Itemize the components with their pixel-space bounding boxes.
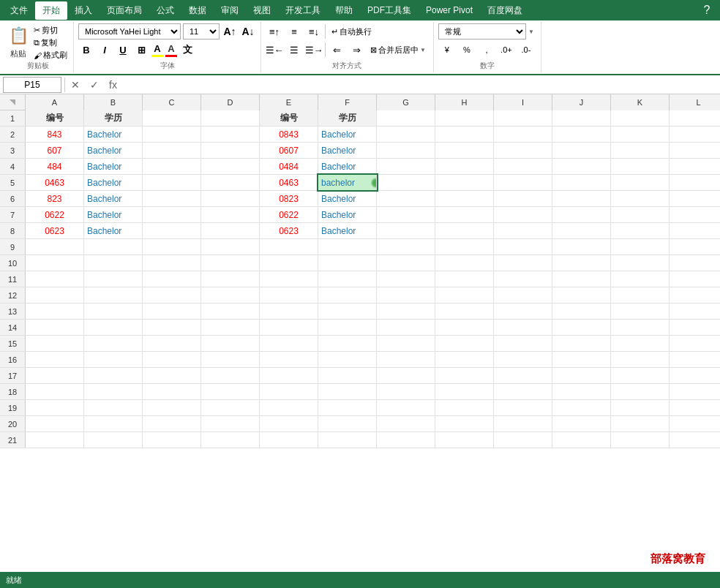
cell-G6[interactable]: [377, 191, 435, 206]
col-header-I[interactable]: I: [494, 94, 552, 110]
cell-B5[interactable]: Bachelor: [84, 175, 143, 190]
cell-I2[interactable]: [494, 127, 552, 142]
font-name-select[interactable]: Microsoft YaHei Light: [78, 23, 181, 39]
row-header-9[interactable]: 9: [0, 239, 26, 255]
row-header-10[interactable]: 10: [0, 255, 26, 271]
cell-A19[interactable]: [26, 400, 84, 415]
cell-L4[interactable]: [670, 159, 720, 174]
cell-B13[interactable]: [84, 304, 143, 319]
cell-F8[interactable]: Bachelor: [318, 223, 377, 238]
cell-C6[interactable]: [143, 191, 201, 206]
cell-K21[interactable]: [611, 432, 670, 448]
cell-C14[interactable]: [143, 320, 201, 335]
cell-H19[interactable]: [435, 400, 494, 415]
cell-G8[interactable]: [377, 223, 435, 238]
cell-B4[interactable]: Bachelor: [84, 159, 143, 174]
cell-K17[interactable]: [611, 368, 670, 383]
row-header-19[interactable]: 19: [0, 400, 26, 415]
cell-G21[interactable]: [377, 432, 435, 448]
cell-F19[interactable]: [318, 400, 377, 415]
cell-C15[interactable]: [143, 336, 201, 351]
cell-D8[interactable]: [201, 223, 260, 238]
cell-L5[interactable]: [670, 175, 720, 190]
cell-C19[interactable]: [143, 400, 201, 415]
align-left-btn[interactable]: ☰←: [266, 42, 283, 58]
cell-H18[interactable]: [435, 384, 494, 399]
cell-J13[interactable]: [552, 304, 611, 319]
confirm-formula-icon[interactable]: ✓: [87, 78, 102, 92]
align-top-btn[interactable]: ≡↑: [266, 23, 283, 39]
cell-I6[interactable]: [494, 191, 552, 206]
cell-K16[interactable]: [611, 352, 670, 367]
cell-J3[interactable]: [552, 143, 611, 158]
cell-D19[interactable]: [201, 400, 260, 415]
cell-B16[interactable]: [84, 352, 143, 367]
cell-G20[interactable]: [377, 416, 435, 431]
cell-reference-input[interactable]: [3, 77, 61, 93]
cell-K19[interactable]: [611, 400, 670, 415]
cell-C5[interactable]: [143, 175, 201, 190]
cell-B3[interactable]: Bachelor: [84, 143, 143, 158]
cell-B8[interactable]: Bachelor: [84, 223, 143, 238]
cell-D21[interactable]: [201, 432, 260, 448]
cell-A20[interactable]: [26, 416, 84, 431]
cell-F12[interactable]: [318, 287, 377, 303]
cell-H1[interactable]: [435, 110, 494, 126]
cell-H14[interactable]: [435, 320, 494, 335]
cell-L1[interactable]: [670, 110, 720, 126]
menu-file[interactable]: 文件: [3, 1, 35, 20]
cell-C18[interactable]: [143, 384, 201, 399]
cell-B21[interactable]: [84, 432, 143, 448]
cell-I17[interactable]: [494, 368, 552, 383]
cell-C11[interactable]: [143, 271, 201, 287]
cell-K18[interactable]: [611, 384, 670, 399]
cell-C17[interactable]: [143, 368, 201, 383]
cell-K20[interactable]: [611, 416, 670, 431]
cell-H9[interactable]: [435, 239, 494, 255]
cell-J21[interactable]: [552, 432, 611, 448]
cell-B6[interactable]: Bachelor: [84, 191, 143, 206]
cell-D7[interactable]: [201, 207, 260, 222]
decrease-decimal-btn[interactable]: .0-: [517, 42, 535, 58]
cell-E1[interactable]: 编号: [260, 110, 318, 126]
cell-B9[interactable]: [84, 239, 143, 255]
cell-E12[interactable]: [260, 287, 318, 303]
col-header-F[interactable]: F: [318, 94, 377, 110]
cell-I12[interactable]: [494, 287, 552, 303]
cell-G18[interactable]: [377, 384, 435, 399]
cell-F9[interactable]: [318, 239, 377, 255]
cell-A4[interactable]: 484: [26, 159, 84, 174]
col-header-H[interactable]: H: [435, 94, 494, 110]
row-header-1[interactable]: 1: [0, 110, 26, 126]
row-header-15[interactable]: 15: [0, 336, 26, 351]
cell-B18[interactable]: [84, 384, 143, 399]
row-header-5[interactable]: 5: [0, 175, 26, 190]
cell-F17[interactable]: [318, 368, 377, 383]
cell-H6[interactable]: [435, 191, 494, 206]
menu-help[interactable]: 帮助: [328, 1, 360, 20]
cut-button[interactable]: ✂ 剪切: [34, 25, 67, 36]
cell-D6[interactable]: [201, 191, 260, 206]
row-header-11[interactable]: 11: [0, 271, 26, 287]
wrap-text-btn[interactable]: ↵ 自动换行: [328, 23, 375, 39]
cell-A21[interactable]: [26, 432, 84, 448]
row-header-6[interactable]: 6: [0, 191, 26, 206]
cell-L21[interactable]: [670, 432, 720, 448]
cell-D12[interactable]: [201, 287, 260, 303]
cell-D16[interactable]: [201, 352, 260, 367]
cell-E4[interactable]: 0484: [260, 159, 318, 174]
cell-A8[interactable]: 0623: [26, 223, 84, 238]
cell-H3[interactable]: [435, 143, 494, 158]
cell-J1[interactable]: [552, 110, 611, 126]
cell-L12[interactable]: [670, 287, 720, 303]
cell-D20[interactable]: [201, 416, 260, 431]
menu-data[interactable]: 数据: [181, 1, 214, 20]
cell-E7[interactable]: 0622: [260, 207, 318, 222]
cell-B11[interactable]: [84, 271, 143, 287]
cell-K1[interactable]: [611, 110, 670, 126]
cell-I1[interactable]: [494, 110, 552, 126]
cell-B10[interactable]: [84, 255, 143, 271]
cell-L7[interactable]: [670, 207, 720, 222]
format-brush-button[interactable]: 🖌 格式刷: [34, 50, 67, 61]
cell-F7[interactable]: Bachelor: [318, 207, 377, 222]
